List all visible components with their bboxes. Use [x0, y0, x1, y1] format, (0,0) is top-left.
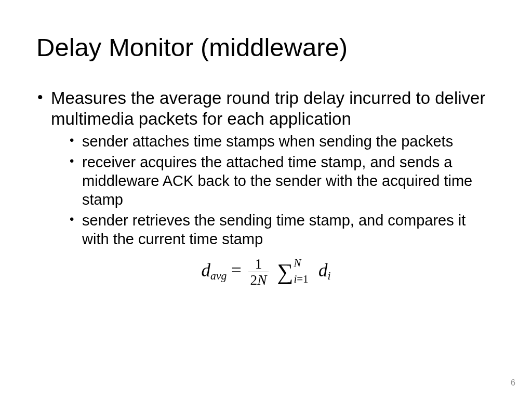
bullet-main-text: Measures the average round trip delay in…	[51, 88, 485, 128]
formula-eq: =	[231, 260, 246, 281]
formula-frac-den-var: N	[257, 272, 267, 288]
formula-frac-den: 2N	[248, 272, 269, 288]
formula-sum-lo-eq: =1	[297, 273, 308, 285]
formula-lhs-sub: avg	[210, 270, 227, 282]
formula: davg = 1 2N ∑ N i=1 di	[36, 256, 496, 288]
bullet-main: Measures the average round trip delay in…	[36, 88, 496, 249]
sub-bullet-2: receiver acquires the attached time stam…	[70, 153, 496, 209]
formula-sum-upper: N	[294, 258, 301, 269]
slide: Delay Monitor (middleware) Measures the …	[0, 0, 532, 399]
sub-bullet-3: sender retrieves the sending time stamp,…	[70, 211, 496, 249]
formula-term-sub: i	[327, 270, 330, 282]
formula-sum-lower: i=1	[294, 274, 308, 285]
page-number: 6	[511, 378, 515, 388]
sub-bullet-list: sender attaches time stamps when sending…	[51, 132, 496, 249]
sub-bullet-1: sender attaches time stamps when sending…	[70, 132, 496, 151]
formula-sum: ∑ N i=1	[277, 261, 293, 284]
formula-frac-num: 1	[248, 256, 269, 272]
formula-frac-den-coef: 2	[250, 272, 258, 288]
formula-fraction: 1 2N	[248, 256, 269, 288]
formula-term-var: d	[318, 260, 328, 281]
bullet-list: Measures the average round trip delay in…	[36, 88, 496, 249]
formula-lhs-var: d	[202, 260, 211, 281]
slide-title: Delay Monitor (middleware)	[36, 32, 496, 63]
sigma-icon: ∑	[277, 259, 293, 284]
